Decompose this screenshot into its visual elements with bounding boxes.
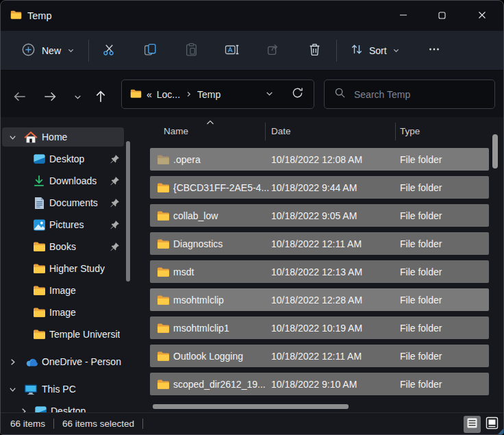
cut-icon xyxy=(102,42,116,60)
search-placeholder: Search Temp xyxy=(354,89,410,100)
folder-icon xyxy=(157,377,170,390)
folder-icon xyxy=(32,284,46,297)
file-type: File folder xyxy=(400,266,489,277)
up-button[interactable] xyxy=(88,86,113,110)
expander-icon[interactable] xyxy=(8,384,17,394)
refresh-button[interactable] xyxy=(291,80,304,108)
column-header-type[interactable]: Type xyxy=(400,126,420,136)
file-row[interactable]: {CBCD31FF-2AE5-4... 10/18/2022 9:44 AM F… xyxy=(150,176,489,199)
folder-icon xyxy=(157,293,170,306)
file-date: 10/18/2022 12:28 AM xyxy=(271,295,400,306)
file-row[interactable]: scoped_dir2612_19... 10/18/2022 9:10 AM … xyxy=(150,373,489,395)
sort-button[interactable]: Sort xyxy=(344,38,405,63)
copy-button[interactable] xyxy=(136,38,164,63)
selected-count: 66 items selected xyxy=(62,419,134,429)
sidebar-item-desktop[interactable]: Desktop xyxy=(2,401,124,412)
onedrive-icon xyxy=(24,355,38,369)
folder-icon xyxy=(157,321,170,334)
paste-button[interactable] xyxy=(177,38,205,63)
sidebar-item-home[interactable]: Home xyxy=(2,127,124,147)
file-row[interactable]: collab_low 10/18/2022 9:05 AM File folde… xyxy=(150,204,489,227)
sidebar-item-desktop[interactable]: Desktop xyxy=(2,149,124,169)
sidebar-item-onedrive-person[interactable]: OneDrive - Person xyxy=(2,352,124,371)
sidebar-scrollbar[interactable] xyxy=(126,141,130,282)
sidebar-item-books[interactable]: Books xyxy=(2,237,124,256)
address-row: « Loc... Temp Search Temp xyxy=(1,71,503,117)
back-button[interactable] xyxy=(8,86,32,110)
file-explorer-window: Temp New Sort xyxy=(0,0,504,435)
sidebar-item-documents[interactable]: Documents xyxy=(2,193,124,212)
navigation-pane: Home Desktop Downloads Documents Picture… xyxy=(1,117,135,412)
folder-icon xyxy=(130,88,142,101)
breadcrumb-overflow[interactable]: « xyxy=(147,89,152,100)
see-more-button[interactable] xyxy=(420,38,449,63)
breadcrumb-item[interactable]: Loc... xyxy=(157,89,180,100)
file-name: msohtmlclip xyxy=(173,295,271,306)
sidebar-item-downloads[interactable]: Downloads xyxy=(2,171,124,190)
sort-arrows-icon xyxy=(350,42,364,59)
file-list: Name Date Type .opera 10/18/2022 12:08 A… xyxy=(135,117,503,412)
file-name: scoped_dir2612_19... xyxy=(173,379,271,390)
file-name: collab_low xyxy=(173,210,271,221)
expander-icon[interactable] xyxy=(8,357,17,366)
file-date: 10/18/2022 9:44 AM xyxy=(271,182,400,193)
pin-icon xyxy=(109,197,120,208)
file-type: File folder xyxy=(400,154,489,165)
share-button[interactable] xyxy=(260,38,287,63)
rename-icon xyxy=(225,42,240,60)
title-bar: Temp xyxy=(1,1,503,31)
maximize-button[interactable] xyxy=(427,5,457,27)
file-name: {CBCD31FF-2AE5-4... xyxy=(173,182,271,193)
forward-button[interactable] xyxy=(38,86,62,110)
sidebar-item-higher-study[interactable]: Higher Study xyxy=(2,259,124,278)
cut-button[interactable] xyxy=(95,38,123,63)
file-name: Diagnostics xyxy=(173,238,271,249)
chevron-down-icon xyxy=(73,92,82,104)
file-date: 10/18/2022 9:05 AM xyxy=(271,210,400,221)
breadcrumb-item[interactable]: Temp xyxy=(197,89,220,100)
file-type: File folder xyxy=(400,323,489,334)
resize-grip[interactable] xyxy=(498,429,503,434)
sidebar-item-pictures[interactable]: Pictures xyxy=(2,215,124,234)
folder-icon xyxy=(157,181,170,194)
file-row[interactable]: msohtmlclip1 10/18/2022 10:19 AM File fo… xyxy=(150,316,489,339)
close-button[interactable] xyxy=(467,5,497,27)
status-bar: 66 items 66 items selected xyxy=(1,412,503,434)
share-icon xyxy=(266,42,281,60)
folder-icon xyxy=(157,237,170,250)
folder-icon xyxy=(32,327,46,341)
expander-icon[interactable] xyxy=(8,132,17,142)
file-row[interactable]: Diagnostics 10/18/2022 12:11 AM File fol… xyxy=(150,232,489,255)
file-row[interactable]: msdt 10/18/2022 12:13 AM File folder xyxy=(150,260,489,283)
new-button[interactable]: New xyxy=(16,38,84,63)
search-icon xyxy=(334,87,346,101)
search-box[interactable]: Search Temp xyxy=(324,79,495,109)
minimize-button[interactable] xyxy=(388,5,418,27)
horizontal-scrollbar[interactable] xyxy=(153,404,349,409)
file-row[interactable]: .opera 10/18/2022 12:08 AM File folder xyxy=(150,148,489,171)
vertical-scrollbar[interactable] xyxy=(492,134,498,169)
sidebar-item-image[interactable]: Image xyxy=(2,303,124,322)
address-bar[interactable]: « Loc... Temp xyxy=(121,79,314,109)
expander-icon[interactable] xyxy=(18,406,28,412)
file-date: 10/18/2022 9:10 AM xyxy=(271,379,400,390)
breadcrumb-separator-icon xyxy=(185,89,192,100)
file-date: 10/18/2022 12:11 AM xyxy=(271,238,400,249)
delete-button[interactable] xyxy=(301,38,328,63)
sidebar-item-temple-universit[interactable]: Temple Universit xyxy=(2,325,124,344)
file-date: 10/18/2022 10:19 AM xyxy=(271,323,400,334)
rename-button[interactable] xyxy=(218,38,246,63)
column-header-date[interactable]: Date xyxy=(271,126,291,136)
file-date: 10/18/2022 12:11 AM xyxy=(271,351,400,362)
details-view-button[interactable] xyxy=(464,416,481,433)
file-date: 10/18/2022 12:08 AM xyxy=(271,154,400,165)
sidebar-item-this-pc[interactable]: This PC xyxy=(2,380,124,399)
file-row[interactable]: msohtmlclip 10/18/2022 12:28 AM File fol… xyxy=(150,288,489,311)
address-dropdown-button[interactable] xyxy=(265,80,274,108)
column-header-name[interactable]: Name xyxy=(164,126,188,136)
recent-locations-button[interactable] xyxy=(65,86,90,110)
sidebar-item-image[interactable]: Image xyxy=(2,281,124,300)
folder-icon xyxy=(32,262,46,275)
file-row[interactable]: Outlook Logging 10/18/2022 12:11 AM File… xyxy=(150,345,489,367)
large-icons-view-icon xyxy=(486,417,499,432)
